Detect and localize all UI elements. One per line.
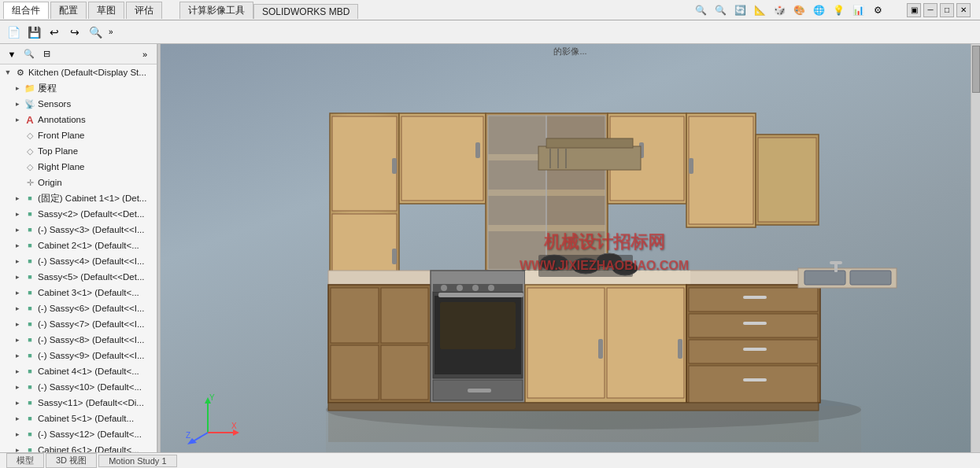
tree-label: Right Plane xyxy=(38,162,84,171)
win-minimize-btn[interactable]: ─ xyxy=(923,3,937,17)
component-icon: ■ xyxy=(24,318,36,330)
status-tab-motion[interactable]: Motion Study 1 xyxy=(98,455,176,467)
expand-icon[interactable]: ▸ xyxy=(13,398,22,407)
expand-icon[interactable]: ▸ xyxy=(13,319,22,329)
tree-item-kitchen[interactable]: ▼ ⚙ Kitchen (Default<Display St... xyxy=(0,64,157,80)
save-btn[interactable]: 💾 xyxy=(24,23,43,42)
tree-item-sassy8[interactable]: ▸ ■ (-) Sassy<8> (Default<<I... xyxy=(0,332,157,348)
menu-bar: 组合件 配置 草图 评估 计算影像工具 SOLIDWORKS MBD 🔍 🔍 🔄… xyxy=(0,0,980,20)
tree-item-cabinet41[interactable]: ▸ ■ Cabinet 4<1> (Default<... xyxy=(0,363,157,379)
expand-icon[interactable]: ▸ xyxy=(13,209,22,219)
svg-rect-71 xyxy=(538,146,641,170)
tree-item-sassy4[interactable]: ▸ ■ (-) Sassy<4> (Default<<I... xyxy=(0,253,157,269)
tab-assembly[interactable]: 组合件 xyxy=(3,2,49,19)
tree-label: (-) Sassy<8> (Default<<I... xyxy=(38,335,145,345)
light-icon[interactable]: 💡 xyxy=(830,2,847,19)
tab-image-tools[interactable]: 计算影像工具 xyxy=(179,2,253,19)
expand-icon xyxy=(13,178,22,187)
tree-item-right-plane[interactable]: ◇ Right Plane xyxy=(0,159,157,175)
expand-icon[interactable]: ▸ xyxy=(13,429,22,439)
svg-rect-7 xyxy=(392,249,397,264)
component-icon: ■ xyxy=(24,208,36,220)
tab-mbd[interactable]: SOLIDWORKS MBD xyxy=(253,4,358,19)
tree-item-sassy5[interactable]: ▸ ■ Sassy<5> (Default<<Det... xyxy=(0,269,157,285)
expand-icon[interactable]: ▸ xyxy=(13,115,22,124)
tree-label: (固定) Cabinet 1<1> (Det... xyxy=(38,193,146,205)
expand-icon[interactable]: ▸ xyxy=(13,193,22,203)
expand-all-btn[interactable]: » xyxy=(136,46,153,62)
pan-icon[interactable]: 🔍 xyxy=(712,2,729,19)
expand-icon[interactable]: ▼ xyxy=(3,68,13,77)
zoom-fit-btn[interactable]: 🔍 xyxy=(86,23,105,42)
tree-item-sassy7[interactable]: ▸ ■ (-) Sassy<7> (Default<<I... xyxy=(0,316,157,332)
tree-label: Sassy<11> (Default<<Di... xyxy=(38,398,144,407)
color-icon[interactable]: 🎨 xyxy=(790,2,808,19)
tree-item-sassy2[interactable]: ▸ ■ Sassy<2> (Default<<Det... xyxy=(0,206,157,222)
tree-item-sassy3[interactable]: ▸ ■ (-) Sassy<3> (Default<<I... xyxy=(0,222,157,238)
viewport-scrollbar[interactable] xyxy=(971,44,980,468)
expand-icon[interactable]: ▸ xyxy=(13,367,22,376)
tree-item-sensors[interactable]: ▸ 📡 Sensors xyxy=(0,96,157,112)
component-icon: ■ xyxy=(24,223,36,236)
new-file-btn[interactable]: 📄 xyxy=(4,23,23,42)
tab-evaluate[interactable]: 评估 xyxy=(126,2,162,19)
measure-icon[interactable]: 📐 xyxy=(751,2,768,19)
tree-label: (-) Sassy<3> (Default<<I... xyxy=(38,225,145,234)
tree-item-sassy10[interactable]: ▸ ■ (-) Sassy<10> (Default<... xyxy=(0,379,157,395)
expand-icon[interactable]: ▸ xyxy=(13,335,22,345)
undo-btn[interactable]: ↩ xyxy=(45,23,64,42)
chart-icon[interactable]: 📊 xyxy=(849,2,867,19)
expand-icon[interactable]: ▸ xyxy=(13,99,22,109)
annotation-icon: A xyxy=(24,113,36,126)
expand-icon[interactable]: ▸ xyxy=(13,256,22,266)
collapse-btn[interactable]: ⊟ xyxy=(38,46,55,62)
rotate-icon[interactable]: 🔄 xyxy=(731,2,749,19)
expand-icon[interactable]: ▸ xyxy=(13,83,22,93)
win-tile-btn[interactable]: ▣ xyxy=(907,3,921,17)
tree-item-cabinet31[interactable]: ▸ ■ Cabinet 3<1> (Default<... xyxy=(0,285,157,300)
expand-icon[interactable]: ▸ xyxy=(13,272,22,282)
settings-icon[interactable]: ⚙ xyxy=(869,2,886,19)
tree-item-front-plane[interactable]: ◇ Front Plane xyxy=(0,127,157,143)
globe-icon[interactable]: 🌐 xyxy=(810,2,827,19)
view3d-icon[interactable]: 🎲 xyxy=(771,2,788,19)
filter-btn[interactable]: ▼ xyxy=(3,46,20,62)
svg-rect-56 xyxy=(678,339,682,359)
expand-icon[interactable]: ▸ xyxy=(13,304,22,313)
expand-icon[interactable]: ▸ xyxy=(13,382,22,392)
zoom-icon[interactable]: 🔍 xyxy=(692,2,709,19)
3d-viewport[interactable]: 的影像... xyxy=(161,44,980,468)
redo-btn[interactable]: ↪ xyxy=(65,23,84,42)
tree-item-history[interactable]: ▸ 📁 屡程 xyxy=(0,80,157,96)
expand-icon[interactable]: ▸ xyxy=(13,351,22,360)
tree-item-sassy6[interactable]: ▸ ■ (-) Sassy<6> (Default<<I... xyxy=(0,300,157,316)
win-maximize-btn[interactable]: □ xyxy=(940,3,954,17)
expand-toolbar-btn[interactable]: » xyxy=(109,28,113,36)
tab-sketch[interactable]: 草图 xyxy=(88,2,124,19)
svg-rect-45 xyxy=(468,389,491,392)
tree-item-annotations[interactable]: ▸ A Annotations xyxy=(0,112,157,127)
svg-rect-77 xyxy=(328,411,819,442)
expand-icon[interactable]: ▸ xyxy=(13,288,22,297)
plane-icon: ◇ xyxy=(24,145,36,157)
tree-item-sassy11[interactable]: ▸ ■ Sassy<11> (Default<<Di... xyxy=(0,395,157,411)
expand-icon[interactable]: ▸ xyxy=(13,241,22,250)
tree-item-sassy9[interactable]: ▸ ■ (-) Sassy<9> (Default<<I... xyxy=(0,348,157,363)
tree-item-top-plane[interactable]: ◇ Top Plane xyxy=(0,143,157,159)
expand-icon[interactable]: ▸ xyxy=(13,414,22,423)
tree-item-cabinet51[interactable]: ▸ ■ Cabinet 5<1> (Default... xyxy=(0,411,157,426)
expand-icon[interactable]: ▸ xyxy=(13,225,22,234)
svg-rect-58 xyxy=(689,288,818,311)
tree-item-cabinet1[interactable]: ▸ ■ (固定) Cabinet 1<1> (Det... xyxy=(0,190,157,206)
tree-label: Cabinet 2<1> (Default<... xyxy=(38,241,139,250)
tree-item-cabinet21[interactable]: ▸ ■ Cabinet 2<1> (Default<... xyxy=(0,238,157,253)
win-close-btn[interactable]: ✕ xyxy=(956,3,971,17)
search-btn[interactable]: 🔍 xyxy=(20,46,38,62)
tab-config[interactable]: 配置 xyxy=(50,2,87,19)
status-tab-3dview[interactable]: 3D 视图 xyxy=(46,453,97,468)
scrollbar-thumb[interactable] xyxy=(972,46,980,93)
svg-rect-31 xyxy=(331,345,379,400)
tree-item-origin[interactable]: ✛ Origin xyxy=(0,175,157,190)
status-tab-model[interactable]: 模型 xyxy=(6,453,44,468)
tree-item-sassy12[interactable]: ▸ ■ (-) Sassy<12> (Default<... xyxy=(0,426,157,442)
